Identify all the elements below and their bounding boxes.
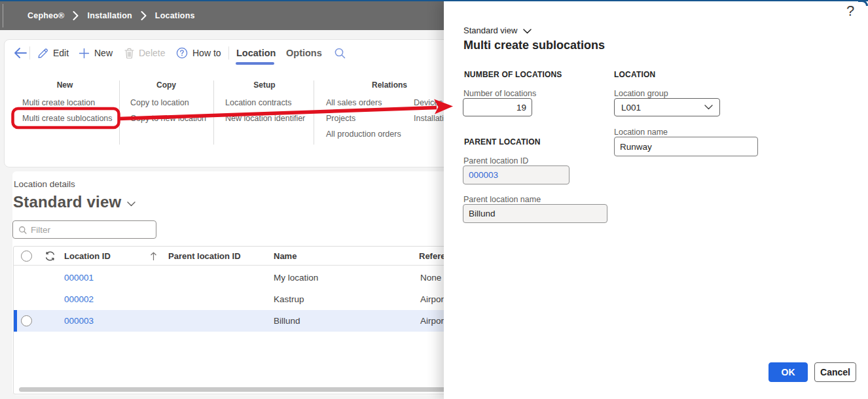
toolbar-divider bbox=[29, 46, 30, 60]
breadcrumb: Cepheo® Installation Locations bbox=[27, 1, 195, 30]
menu-divider bbox=[119, 80, 120, 145]
search-icon bbox=[18, 226, 27, 234]
section-caption: Location details bbox=[14, 179, 75, 189]
new-button-label: New bbox=[94, 48, 113, 58]
edit-button-label: Edit bbox=[53, 48, 69, 58]
view-selector-label: Standard view bbox=[13, 193, 121, 211]
back-button[interactable] bbox=[14, 40, 27, 66]
grid-filter[interactable] bbox=[12, 220, 156, 239]
dialog-title: Multi create sublocations bbox=[463, 39, 605, 52]
name-cell: My location bbox=[274, 267, 318, 288]
toolbar-divider bbox=[228, 46, 229, 60]
reference-cell: Airport bbox=[420, 310, 446, 332]
window-top-border bbox=[0, 0, 868, 1]
active-tab-underline bbox=[236, 62, 274, 65]
location-name-label: Location name bbox=[614, 128, 668, 137]
chevron-down-icon bbox=[704, 105, 713, 110]
breadcrumb-locations[interactable]: Locations bbox=[155, 11, 195, 20]
delete-button[interactable]: Delete bbox=[124, 40, 165, 66]
row-radio[interactable] bbox=[21, 310, 32, 332]
pencil-icon bbox=[37, 48, 48, 59]
location-name-input[interactable] bbox=[614, 137, 758, 156]
back-arrow-icon bbox=[14, 48, 27, 58]
chevron-right-icon bbox=[73, 11, 79, 20]
question-circle-icon bbox=[176, 47, 188, 59]
menu-divider bbox=[213, 80, 214, 145]
group-heading-parent-location: PARENT LOCATION bbox=[464, 137, 541, 147]
menu-section-relations-header: Relations bbox=[372, 80, 407, 90]
menu-item-all-production-orders[interactable]: All production orders bbox=[326, 129, 401, 139]
trash-icon bbox=[124, 48, 134, 59]
menu-item-multi-create-sublocations[interactable]: Multi create sublocations bbox=[22, 113, 113, 124]
select-all-checkbox[interactable] bbox=[21, 247, 32, 266]
menu-divider bbox=[314, 80, 314, 145]
toolbar-search-button[interactable] bbox=[334, 40, 346, 66]
name-cell: Kastrup bbox=[274, 288, 304, 310]
menu-section-setup-header: Setup bbox=[253, 80, 275, 90]
selected-row-indicator bbox=[14, 310, 17, 332]
how-to-button[interactable]: How to bbox=[176, 40, 221, 66]
delete-button-label: Delete bbox=[139, 48, 165, 58]
chevron-down-icon bbox=[127, 201, 136, 207]
menu-item-new-location-identifier[interactable]: New location identifier bbox=[225, 113, 305, 124]
column-header-name[interactable]: Name bbox=[274, 247, 297, 266]
plus-icon bbox=[79, 48, 90, 59]
refresh-button[interactable] bbox=[45, 247, 56, 266]
view-selector[interactable]: Standard view bbox=[13, 193, 136, 211]
menu-item-location-contracts[interactable]: Location contracts bbox=[225, 97, 291, 108]
location-group-value: L001 bbox=[621, 103, 641, 113]
new-button[interactable]: New bbox=[79, 40, 113, 66]
parent-location-name-input[interactable] bbox=[463, 204, 607, 223]
refresh-icon bbox=[45, 251, 56, 262]
breadcrumb-cepheo[interactable]: Cepheo® bbox=[27, 11, 64, 20]
chevron-right-icon bbox=[141, 11, 147, 20]
menu-item-all-sales-orders[interactable]: All sales orders bbox=[326, 97, 382, 108]
menu-section-copy-header: Copy bbox=[156, 80, 176, 90]
tab-options[interactable]: Options bbox=[286, 40, 322, 66]
location-id-link[interactable]: 000002 bbox=[64, 288, 94, 310]
parent-location-id-label: Parent location ID bbox=[463, 156, 528, 165]
dialog-view-selector[interactable]: Standard view bbox=[463, 26, 532, 35]
navbar-left-edge bbox=[3, 4, 3, 27]
sort-ascending-icon bbox=[150, 247, 157, 266]
menu-section-new-header: New bbox=[57, 80, 73, 90]
multi-create-sublocations-dialog: ? Standard view Multi create sublocation… bbox=[444, 1, 868, 399]
menu-item-multi-create-location[interactable]: Multi create location bbox=[22, 97, 95, 108]
reference-cell: None bbox=[420, 267, 441, 288]
location-group-dropdown[interactable]: L001 bbox=[614, 98, 720, 116]
cancel-button[interactable]: Cancel bbox=[814, 362, 856, 382]
name-cell: Billund bbox=[274, 310, 300, 332]
menu-item-copy-to-location[interactable]: Copy to location bbox=[130, 97, 189, 108]
app-window: Cepheo® Installation Locations Edit New bbox=[0, 0, 868, 399]
reference-cell: Airport bbox=[420, 288, 446, 310]
ok-button[interactable]: OK bbox=[769, 362, 808, 382]
number-of-locations-label: Number of locations bbox=[463, 89, 536, 98]
parent-location-name-label: Parent location name bbox=[463, 195, 541, 204]
location-group-label: Location group bbox=[614, 89, 668, 98]
edit-button[interactable]: Edit bbox=[37, 40, 69, 66]
chevron-down-icon bbox=[523, 29, 532, 34]
group-heading-location: LOCATION bbox=[614, 70, 655, 79]
filter-input[interactable] bbox=[31, 225, 151, 235]
search-icon bbox=[334, 47, 346, 59]
parent-location-id-input[interactable] bbox=[463, 165, 570, 184]
help-icon[interactable]: ? bbox=[846, 3, 854, 20]
column-header-location-id[interactable]: Location ID bbox=[64, 247, 111, 266]
breadcrumb-installation[interactable]: Installation bbox=[87, 11, 132, 20]
dialog-view-selector-label: Standard view bbox=[463, 26, 517, 35]
column-header-parent-location-id[interactable]: Parent location ID bbox=[168, 247, 241, 266]
location-id-link[interactable]: 000001 bbox=[64, 267, 94, 288]
menu-item-devices[interactable]: Devices bbox=[414, 97, 443, 108]
menu-item-projects[interactable]: Projects bbox=[326, 113, 355, 124]
how-to-button-label: How to bbox=[192, 48, 221, 58]
number-of-locations-input[interactable] bbox=[463, 98, 532, 116]
group-heading-number-of-locations: NUMBER OF LOCATIONS bbox=[464, 70, 562, 79]
menu-item-copy-to-new-location[interactable]: Copy to new location bbox=[130, 113, 206, 124]
location-id-link[interactable]: 000003 bbox=[64, 310, 94, 332]
